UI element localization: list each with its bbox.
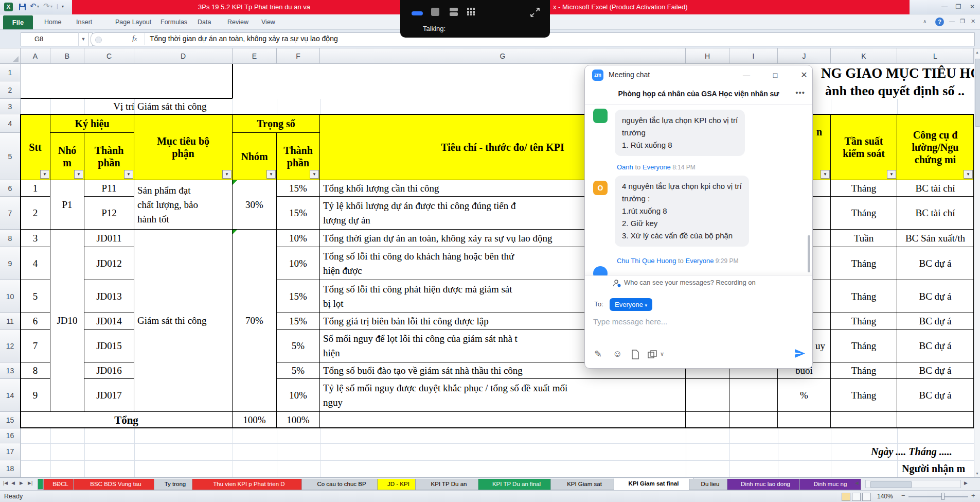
vertical-scrollbar[interactable]: ▲ ▼ [974,48,980,477]
help-icon[interactable]: ? [935,18,944,26]
hscroll-right-icon[interactable]: ▶ [964,480,968,486]
page-layout-view-button[interactable] [852,493,861,501]
row-header-13[interactable]: 13 [0,362,21,379]
gallery-view-icon[interactable] [467,8,475,15]
cell-F11[interactable]: 15% [277,313,320,330]
row-header-9[interactable]: 9 [0,247,21,280]
column-header-G[interactable]: G [320,48,686,64]
screenshot-icon[interactable] [648,350,657,359]
cell-position-value[interactable]: Giám sát thi công [134,99,271,114]
column-header-F[interactable]: F [277,48,320,64]
cell-L11[interactable]: BC dự á [897,313,974,330]
chat-close-icon[interactable]: ✕ [797,68,811,82]
scroll-down-icon[interactable]: ▼ [975,472,979,475]
row-header-8[interactable]: 8 [0,230,21,247]
row-header-6[interactable]: 6 [0,180,21,197]
column-header-K[interactable]: K [831,48,897,64]
cell-F9[interactable]: 10% [277,247,320,280]
sheet-tab-co-cau-to-chuc-bp[interactable]: Co cau to chuc BP [301,479,382,490]
cell-C14[interactable]: JD017 [84,379,134,412]
page-break-view-button[interactable] [862,493,871,501]
zoom-level-label[interactable]: 140% [877,493,893,500]
zoom-out-icon[interactable]: − [901,492,905,499]
restore-workbook-icon[interactable]: ❐ [960,18,965,25]
redo-dropdown-icon[interactable]: ▾ [50,4,52,9]
cell-B8[interactable]: JD10 [50,230,84,412]
cell-E6[interactable]: 30% [233,180,277,230]
chat-maximize-icon[interactable]: □ [768,68,782,82]
cell-position-label[interactable]: Vị trí [84,99,137,114]
cell-K9[interactable]: Tháng [831,247,897,280]
cell-D6[interactable]: Sản phẩm đạt chất lượng, bảo hành tốt [134,180,233,230]
row-header-11[interactable]: 11 [0,313,21,330]
cell-L13[interactable]: BC dự á [897,362,974,379]
sheet-tab-ty-trong[interactable]: Ty trong [154,479,197,490]
tab-data[interactable]: Data [191,15,217,29]
cell-L9[interactable]: BC dự á [897,247,974,280]
tab-view[interactable]: View [255,15,281,29]
undo-dropdown-icon[interactable]: ▾ [37,4,39,9]
cell-L4[interactable]: Công cụ đ lường/Ngu chứng mi [897,114,974,180]
horizontal-scroll-thumb[interactable] [870,481,912,488]
expand-fullscreen-icon[interactable] [530,7,540,18]
zoom-in-icon[interactable]: + [971,492,975,499]
sheet-tab-dinh-muc-ng[interactable]: Dinh muc ng [799,479,861,490]
first-sheet-icon[interactable]: |◀ [3,480,8,486]
hscroll-left-icon[interactable]: ◀ [855,480,859,486]
sheet-tab-thu-vien-kpi-p-phat-trien-d[interactable]: Thu vien KPI p Phat trien D [192,479,306,490]
attach-file-icon[interactable] [631,350,639,359]
normal-view-button[interactable] [842,493,850,501]
cell-A13[interactable]: 8 [21,362,50,379]
cell-L6[interactable]: BC tài chí [897,180,974,197]
speaker-view-icon[interactable] [431,8,439,16]
zoom-slider-thumb[interactable] [941,493,945,500]
filter-button-L[interactable]: ▼ [964,170,973,179]
emoji-icon[interactable]: ☺ [613,349,622,359]
cell-J14[interactable]: % [778,379,831,412]
name-box-dropdown-icon[interactable]: ▼ [78,32,88,46]
select-all-corner[interactable] [0,48,21,64]
tab-formulas[interactable]: Formulas [154,15,193,29]
row-header-2[interactable]: 2 [0,81,21,99]
cell-A10[interactable]: 5 [21,280,50,313]
row-header-16[interactable]: 16 [0,428,21,443]
tab-insert[interactable]: Insert [70,15,98,29]
chat-title-bar[interactable]: zm Meeting chat — □ ✕ [585,65,812,85]
cell-E15[interactable]: 100% [233,412,277,428]
sheet-tab-kpi-giam-sat[interactable]: KPI Giam sat [550,479,618,490]
filter-button-B[interactable]: ▼ [74,170,83,179]
privacy-strip[interactable]: Who can see your messages? Recording on [585,275,812,289]
cell-C8[interactable]: JD011 [84,230,134,247]
filter-button-D[interactable]: ▼ [222,170,231,179]
save-button[interactable] [19,3,26,11]
cell-I14[interactable] [729,379,778,412]
sheet-tab-kpi-giam-sat-final[interactable]: KPI Giam sat final [614,478,693,491]
last-sheet-icon[interactable]: ▶| [28,480,32,486]
cell-C10[interactable]: JD013 [84,280,134,313]
row-header-15[interactable]: 15 [0,412,21,428]
cell-C11[interactable]: JD014 [84,313,134,330]
cell-C13[interactable]: JD016 [84,362,134,379]
cell-E4[interactable]: Trọng số [233,114,320,133]
filter-button-F[interactable]: ▼ [310,170,319,179]
column-header-J[interactable]: J [778,48,831,64]
cell-B4[interactable]: Ký hiệu [50,114,134,133]
minimize-window-button[interactable]: — [938,2,951,12]
column-header-L[interactable]: L [897,48,974,64]
column-header-A[interactable]: A [21,48,50,64]
cell-L12[interactable]: BC dự á [897,330,974,362]
row-header-5[interactable]: 5 [0,133,21,180]
cell-K8[interactable]: Tuần [831,230,897,247]
close-window-button[interactable]: ✕ [966,2,978,12]
redo-button[interactable]: ↷ [43,2,50,11]
cell-H14[interactable] [686,379,729,412]
row-header-10[interactable]: 10 [0,280,21,313]
cell-L7[interactable]: BC tài chí [897,197,974,230]
cell-L10[interactable]: BC dự á [897,280,974,313]
cell-A8[interactable]: 3 [21,230,50,247]
customize-qat-icon[interactable]: ▾ [62,4,64,9]
row-header-7[interactable]: 7 [0,197,21,230]
cell-D4[interactable]: Mục tiêu bộ phận [134,114,233,180]
cell-L8[interactable]: BC Sản xuất/th [897,230,974,247]
chat-message-input[interactable] [592,317,749,326]
